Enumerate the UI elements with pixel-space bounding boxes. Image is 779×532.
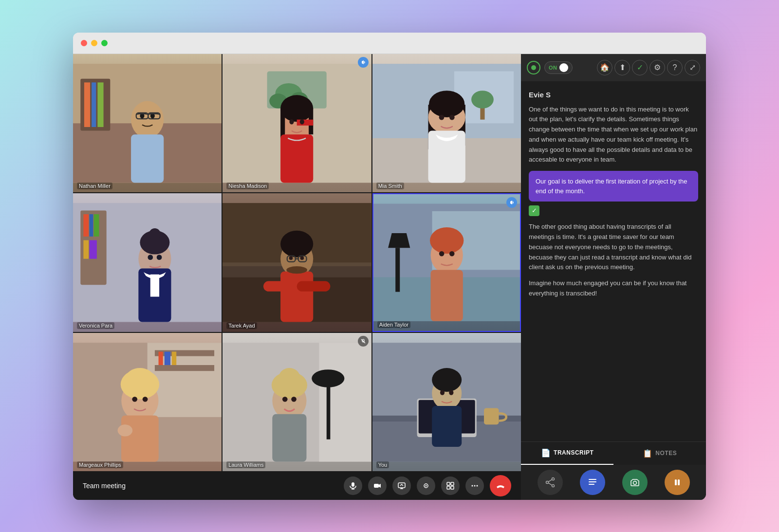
video-cell-niesha: Niesha Madison xyxy=(223,54,371,193)
speaker-name: Evie S xyxy=(529,89,698,101)
svg-rect-132 xyxy=(451,482,454,485)
video-cell-aiden: Aiden Taylor xyxy=(372,193,521,332)
svg-line-109 xyxy=(361,339,365,343)
transcript-area[interactable]: Evie S One of the things we want to do i… xyxy=(521,81,706,441)
check-icon[interactable]: ✓ xyxy=(632,60,648,75)
svg-point-67 xyxy=(289,257,293,260)
svg-point-68 xyxy=(300,257,304,260)
svg-point-90 xyxy=(127,368,153,386)
svg-point-52 xyxy=(148,255,153,260)
camera-button[interactable] xyxy=(417,477,435,495)
svg-point-20 xyxy=(280,95,313,122)
svg-point-103 xyxy=(279,368,300,386)
svg-point-25 xyxy=(290,119,294,124)
svg-rect-148 xyxy=(678,479,680,485)
on-toggle[interactable]: ON xyxy=(544,61,573,74)
svg-point-96 xyxy=(118,424,133,436)
label-margeaux: Margeaux Phillips xyxy=(77,461,123,468)
svg-rect-45 xyxy=(83,240,89,259)
end-call-button[interactable] xyxy=(490,475,511,496)
svg-point-136 xyxy=(474,485,476,486)
svg-marker-125 xyxy=(379,484,381,488)
svg-rect-121 xyxy=(352,482,354,487)
svg-rect-44 xyxy=(94,214,99,237)
svg-rect-7 xyxy=(131,134,164,183)
svg-rect-62 xyxy=(263,281,297,292)
tab-notes[interactable]: 📋 NOTES xyxy=(613,442,706,465)
svg-point-146 xyxy=(633,481,636,484)
svg-point-117 xyxy=(432,368,462,392)
pause-action-button[interactable] xyxy=(665,470,690,495)
screen-share-button[interactable] xyxy=(392,477,411,495)
svg-point-69 xyxy=(287,266,308,274)
svg-rect-87 xyxy=(172,351,176,365)
muted-icon-laura xyxy=(358,336,369,347)
expand-icon[interactable]: ⤢ xyxy=(685,60,700,75)
svg-point-80 xyxy=(444,257,449,260)
video-cell-you: You xyxy=(372,333,521,472)
svg-point-130 xyxy=(426,485,427,486)
svg-point-53 xyxy=(157,255,162,260)
close-button[interactable] xyxy=(81,40,87,46)
svg-rect-46 xyxy=(90,240,97,259)
tab-transcript[interactable]: 📄 TRANSCRIPT xyxy=(521,442,613,465)
sidebar-toolbar: ON 🏠 ⬆ ✓ ⚙ ? ⤢ xyxy=(521,54,706,81)
svg-rect-99 xyxy=(327,380,331,439)
svg-point-106 xyxy=(292,397,297,402)
upload-icon[interactable]: ⬆ xyxy=(614,60,630,75)
settings-icon[interactable]: ⚙ xyxy=(649,60,665,75)
share-action-button[interactable] xyxy=(538,470,563,495)
label-mia: Mia Smith xyxy=(376,183,404,189)
video-bg-niesha xyxy=(223,54,371,193)
svg-rect-133 xyxy=(447,486,450,489)
toggle-circle xyxy=(559,63,568,72)
svg-rect-24 xyxy=(280,134,313,183)
svg-point-137 xyxy=(477,485,478,486)
svg-rect-134 xyxy=(451,486,454,489)
svg-rect-23 xyxy=(297,119,314,125)
camera-action-button[interactable] xyxy=(622,470,648,495)
svg-point-26 xyxy=(300,119,304,124)
svg-point-94 xyxy=(143,397,148,402)
svg-point-49 xyxy=(149,228,161,240)
video-cell-laura: Laura Williams xyxy=(223,333,371,472)
minimize-button[interactable] xyxy=(91,40,97,46)
svg-rect-43 xyxy=(90,214,93,237)
transcript-action-button[interactable] xyxy=(580,470,605,495)
video-bg-laura xyxy=(223,333,371,472)
layout-button[interactable] xyxy=(441,477,460,495)
svg-rect-61 xyxy=(280,272,313,322)
maximize-button[interactable] xyxy=(101,40,108,46)
home-icon[interactable]: 🏠 xyxy=(597,60,612,75)
video-cell-tarek: Tarek Ayad xyxy=(223,193,371,332)
more-button[interactable] xyxy=(465,477,484,495)
action-bar xyxy=(521,465,706,500)
label-niesha: Niesha Madison xyxy=(226,183,269,189)
svg-point-78 xyxy=(439,251,445,257)
svg-rect-131 xyxy=(447,482,450,485)
svg-point-38 xyxy=(449,114,455,120)
video-bg-nathan xyxy=(73,54,222,193)
svg-rect-144 xyxy=(589,481,596,482)
browser-content: Nathan Miller xyxy=(73,54,706,500)
svg-point-35 xyxy=(429,91,464,117)
svg-point-139 xyxy=(552,484,554,487)
svg-point-119 xyxy=(440,390,445,395)
svg-rect-77 xyxy=(430,270,463,321)
svg-rect-21 xyxy=(280,108,285,138)
call-controls-bar: Team meeting xyxy=(73,472,521,500)
svg-point-54 xyxy=(152,260,158,263)
mic-button[interactable] xyxy=(344,477,362,495)
tab-bar: 📄 TRANSCRIPT 📋 NOTES xyxy=(521,441,706,465)
svg-point-95 xyxy=(137,402,143,405)
svg-rect-104 xyxy=(273,414,307,462)
help-icon[interactable]: ? xyxy=(667,60,683,75)
svg-point-60 xyxy=(280,231,313,257)
video-cell-margeaux: Margeaux Phillips xyxy=(73,333,222,472)
svg-point-100 xyxy=(312,369,345,387)
video-button[interactable] xyxy=(368,477,387,495)
svg-rect-124 xyxy=(374,484,379,488)
svg-rect-85 xyxy=(159,351,163,365)
svg-rect-3 xyxy=(84,82,90,127)
svg-point-39 xyxy=(444,120,449,123)
